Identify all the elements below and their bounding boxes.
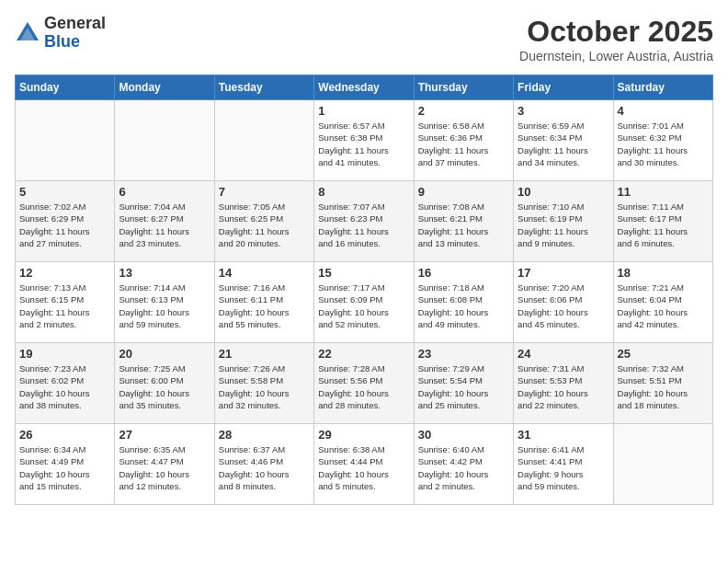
logo-icon [15,20,40,46]
day-number: 12 [19,266,110,280]
day-info: Sunrise: 7:29 AM Sunset: 5:54 PM Dayligh… [418,362,509,411]
day-number: 27 [119,428,210,442]
calendar-cell [115,100,214,181]
month-title: October 2025 [519,15,713,49]
day-number: 8 [318,185,409,199]
day-info: Sunrise: 6:38 AM Sunset: 4:44 PM Dayligh… [318,443,409,492]
day-number: 26 [19,428,110,442]
day-info: Sunrise: 7:05 AM Sunset: 6:25 PM Dayligh… [219,201,310,249]
day-info: Sunrise: 7:04 AM Sunset: 6:27 PM Dayligh… [119,201,210,249]
day-number: 11 [618,185,709,199]
day-number: 3 [518,104,609,118]
day-number: 22 [318,347,409,361]
day-number: 30 [418,428,509,442]
calendar-table: SundayMondayTuesdayWednesdayThursdayFrid… [15,75,713,505]
calendar-week-row: 26Sunrise: 6:34 AM Sunset: 4:49 PM Dayli… [16,424,713,505]
day-info: Sunrise: 7:16 AM Sunset: 6:11 PM Dayligh… [219,282,310,330]
calendar-cell: 14Sunrise: 7:16 AM Sunset: 6:11 PM Dayli… [214,262,313,343]
calendar-cell: 2Sunrise: 6:58 AM Sunset: 6:36 PM Daylig… [414,100,513,181]
day-info: Sunrise: 6:59 AM Sunset: 6:34 PM Dayligh… [518,120,609,168]
calendar-cell: 5Sunrise: 7:02 AM Sunset: 6:29 PM Daylig… [16,181,115,262]
day-info: Sunrise: 7:20 AM Sunset: 6:06 PM Dayligh… [518,282,609,330]
calendar-cell: 12Sunrise: 7:13 AM Sunset: 6:15 PM Dayli… [16,262,115,343]
calendar-cell: 16Sunrise: 7:18 AM Sunset: 6:08 PM Dayli… [414,262,513,343]
day-number: 21 [219,347,310,361]
weekday-header-tuesday: Tuesday [214,75,313,100]
day-info: Sunrise: 7:13 AM Sunset: 6:15 PM Dayligh… [19,282,110,330]
day-number: 20 [119,347,210,361]
weekday-header-wednesday: Wednesday [314,75,414,100]
day-number: 16 [418,266,509,280]
day-number: 31 [518,428,609,442]
calendar-cell: 3Sunrise: 6:59 AM Sunset: 6:34 PM Daylig… [514,100,613,181]
day-info: Sunrise: 7:32 AM Sunset: 5:51 PM Dayligh… [618,362,709,411]
calendar-cell: 27Sunrise: 6:35 AM Sunset: 4:47 PM Dayli… [115,424,214,505]
calendar-cell [214,100,313,181]
day-info: Sunrise: 7:11 AM Sunset: 6:17 PM Dayligh… [618,201,709,249]
day-info: Sunrise: 6:40 AM Sunset: 4:42 PM Dayligh… [418,443,509,492]
day-number: 14 [219,266,310,280]
calendar-cell: 7Sunrise: 7:05 AM Sunset: 6:25 PM Daylig… [214,181,313,262]
logo: General Blue [15,15,106,52]
day-number: 2 [418,104,509,118]
day-number: 19 [19,347,110,361]
calendar-cell: 10Sunrise: 7:10 AM Sunset: 6:19 PM Dayli… [514,181,613,262]
calendar-week-row: 12Sunrise: 7:13 AM Sunset: 6:15 PM Dayli… [16,262,713,343]
day-info: Sunrise: 7:28 AM Sunset: 5:56 PM Dayligh… [318,362,409,411]
day-info: Sunrise: 6:37 AM Sunset: 4:46 PM Dayligh… [219,443,310,492]
day-info: Sunrise: 7:02 AM Sunset: 6:29 PM Dayligh… [19,201,110,249]
day-info: Sunrise: 6:34 AM Sunset: 4:49 PM Dayligh… [19,443,110,492]
day-number: 6 [119,185,210,199]
calendar-cell: 19Sunrise: 7:23 AM Sunset: 6:02 PM Dayli… [16,343,115,424]
calendar-cell: 23Sunrise: 7:29 AM Sunset: 5:54 PM Dayli… [414,343,513,424]
calendar-cell: 17Sunrise: 7:20 AM Sunset: 6:06 PM Dayli… [514,262,613,343]
day-info: Sunrise: 6:58 AM Sunset: 6:36 PM Dayligh… [418,120,509,168]
weekday-header-row: SundayMondayTuesdayWednesdayThursdayFrid… [16,75,713,100]
day-info: Sunrise: 7:25 AM Sunset: 6:00 PM Dayligh… [119,362,210,411]
day-info: Sunrise: 6:57 AM Sunset: 6:38 PM Dayligh… [318,120,409,168]
calendar-week-row: 19Sunrise: 7:23 AM Sunset: 6:02 PM Dayli… [16,343,713,424]
calendar-cell: 26Sunrise: 6:34 AM Sunset: 4:49 PM Dayli… [16,424,115,505]
logo-blue-text: Blue [44,32,80,51]
day-number: 4 [618,104,709,118]
logo-general-text: General [44,14,106,32]
weekday-header-friday: Friday [514,75,613,100]
day-info: Sunrise: 7:31 AM Sunset: 5:53 PM Dayligh… [518,362,609,411]
day-number: 17 [518,266,609,280]
calendar-cell: 30Sunrise: 6:40 AM Sunset: 4:42 PM Dayli… [414,424,513,505]
calendar-week-row: 1Sunrise: 6:57 AM Sunset: 6:38 PM Daylig… [16,100,713,181]
calendar-cell: 25Sunrise: 7:32 AM Sunset: 5:51 PM Dayli… [613,343,712,424]
calendar-cell: 18Sunrise: 7:21 AM Sunset: 6:04 PM Dayli… [613,262,712,343]
day-number: 1 [318,104,409,118]
day-number: 13 [119,266,210,280]
calendar-cell: 21Sunrise: 7:26 AM Sunset: 5:58 PM Dayli… [214,343,313,424]
day-number: 28 [219,428,310,442]
day-info: Sunrise: 7:14 AM Sunset: 6:13 PM Dayligh… [119,282,210,330]
day-info: Sunrise: 7:01 AM Sunset: 6:32 PM Dayligh… [618,120,709,168]
day-info: Sunrise: 7:23 AM Sunset: 6:02 PM Dayligh… [19,362,110,411]
day-number: 15 [318,266,409,280]
weekday-header-sunday: Sunday [16,75,115,100]
day-number: 23 [418,347,509,361]
day-number: 9 [418,185,509,199]
day-info: Sunrise: 6:35 AM Sunset: 4:47 PM Dayligh… [119,443,210,492]
calendar-cell: 13Sunrise: 7:14 AM Sunset: 6:13 PM Dayli… [115,262,214,343]
day-info: Sunrise: 7:21 AM Sunset: 6:04 PM Dayligh… [618,282,709,330]
day-info: Sunrise: 7:26 AM Sunset: 5:58 PM Dayligh… [219,362,310,411]
calendar-cell: 11Sunrise: 7:11 AM Sunset: 6:17 PM Dayli… [613,181,712,262]
calendar-week-row: 5Sunrise: 7:02 AM Sunset: 6:29 PM Daylig… [16,181,713,262]
calendar-cell: 20Sunrise: 7:25 AM Sunset: 6:00 PM Dayli… [115,343,214,424]
calendar-cell: 8Sunrise: 7:07 AM Sunset: 6:23 PM Daylig… [314,181,414,262]
day-number: 29 [318,428,409,442]
calendar-cell: 31Sunrise: 6:41 AM Sunset: 4:41 PM Dayli… [514,424,613,505]
day-number: 18 [618,266,709,280]
calendar-cell: 15Sunrise: 7:17 AM Sunset: 6:09 PM Dayli… [314,262,414,343]
calendar-cell: 28Sunrise: 6:37 AM Sunset: 4:46 PM Dayli… [214,424,313,505]
calendar-cell: 24Sunrise: 7:31 AM Sunset: 5:53 PM Dayli… [514,343,613,424]
calendar-cell: 22Sunrise: 7:28 AM Sunset: 5:56 PM Dayli… [314,343,414,424]
calendar-cell [613,424,712,505]
day-info: Sunrise: 7:07 AM Sunset: 6:23 PM Dayligh… [318,201,409,249]
calendar-cell: 1Sunrise: 6:57 AM Sunset: 6:38 PM Daylig… [314,100,414,181]
day-number: 7 [219,185,310,199]
weekday-header-monday: Monday [115,75,214,100]
